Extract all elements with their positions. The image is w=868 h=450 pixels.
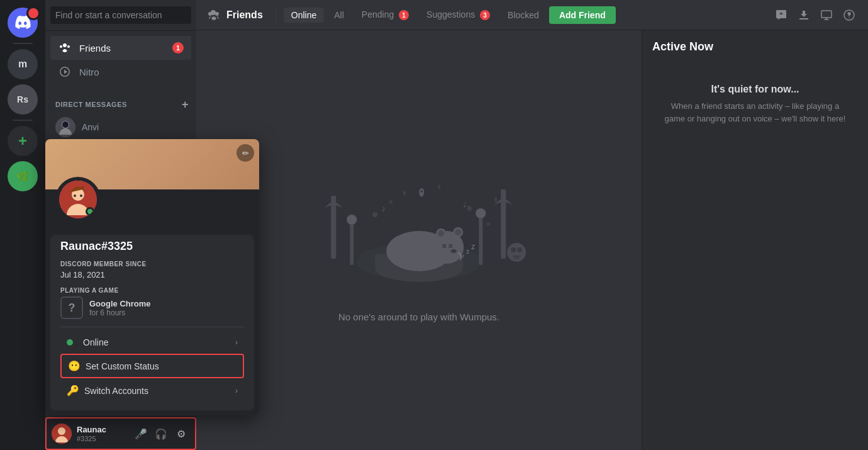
wumpus-illustration: HIBERNATION [270, 158, 569, 296]
user-bar-avatar [52, 424, 72, 444]
game-item: ? Google Chrome for 6 hours [60, 296, 244, 319]
no-friends-text: No one's around to play with Wumpus. [338, 312, 499, 322]
online-status-dot [86, 207, 94, 216]
search-input[interactable] [50, 6, 191, 24]
wumpus-area: HIBERNATION [270, 158, 569, 322]
active-now-title: Active Now [652, 40, 858, 53]
profile-avatar-area [45, 177, 259, 222]
search-bar [45, 0, 196, 31]
svg-text:z: z [471, 242, 475, 251]
add-dm-button[interactable]: + [182, 99, 189, 110]
help-button[interactable] [840, 6, 858, 24]
member-since-label: Discord Member Since [60, 261, 244, 267]
svg-point-12 [849, 17, 850, 18]
nav-nitro-label: Nitro [79, 67, 99, 77]
user-bar-tag: #3325 [77, 435, 127, 442]
svg-point-36 [372, 212, 377, 217]
svg-point-9 [58, 427, 65, 435]
dm-user-anvi[interactable]: Anvi [50, 113, 191, 141]
svg-point-42 [420, 190, 423, 193]
server-m[interactable]: m [8, 49, 38, 79]
server-green[interactable]: 🌿 [8, 161, 38, 191]
plus-icon: + [18, 132, 27, 150]
set-custom-status-item[interactable]: 😶 Set Custom Status [60, 354, 244, 378]
settings-button[interactable]: ⚙ [172, 425, 190, 442]
active-now-sidebar: Active Now It's quiet for now... When a … [642, 30, 868, 450]
tab-suggestions[interactable]: Suggestions 3 [419, 7, 498, 23]
tab-pending[interactable]: Pending 1 [354, 7, 416, 23]
svg-point-38 [467, 206, 472, 211]
tab-blocked[interactable]: Blocked [500, 8, 547, 23]
svg-point-6 [74, 194, 76, 197]
discord-home-button[interactable]: 1 [8, 8, 38, 38]
server-rs[interactable]: Rs [8, 84, 38, 115]
svg-rect-18 [479, 215, 482, 265]
profile-popup: ✏ [45, 139, 259, 415]
nav-nitro[interactable]: Nitro [50, 60, 191, 84]
svg-point-28 [455, 229, 461, 235]
mute-button[interactable]: 🎤 [132, 425, 150, 442]
game-details: Google Chrome for 6 hours [89, 299, 151, 317]
member-since-date: Jul 18, 2021 [60, 270, 244, 279]
server-divider [13, 43, 33, 44]
screen-button[interactable] [818, 6, 835, 24]
svg-point-39 [486, 222, 490, 226]
download-button[interactable] [795, 6, 813, 24]
friends-content: HIBERNATION [196, 30, 868, 450]
switch-accounts-item[interactable]: 🔑 Switch Accounts › [60, 380, 244, 402]
friends-main: HIBERNATION [196, 30, 642, 450]
profile-info-card: Raunac#3325 Discord Member Since Jul 18,… [50, 235, 254, 410]
pending-badge: 1 [399, 10, 409, 20]
profile-divider [60, 327, 244, 327]
svg-text:z: z [466, 248, 469, 255]
active-now-empty: It's quiet for now... When a friend star… [652, 69, 858, 140]
svg-point-16 [347, 215, 357, 225]
dm-sidebar: Friends 1 Nitro Direct Messages + Anvi [45, 0, 196, 450]
svg-text:♩: ♩ [463, 200, 467, 209]
svg-point-35 [517, 247, 522, 252]
profile-avatar [55, 177, 101, 222]
tab-all[interactable]: All [326, 8, 352, 23]
game-name: Google Chrome [89, 299, 151, 308]
edit-profile-button[interactable]: ✏ [236, 144, 254, 162]
online-status-menu-item[interactable]: Online › [60, 332, 244, 352]
user-bar[interactable]: Raunac #3325 🎤 🎧 ⚙ [45, 417, 196, 450]
tab-online[interactable]: Online [284, 8, 324, 23]
headphones-icon: 🎧 [155, 428, 167, 440]
svg-point-7 [80, 194, 82, 197]
playing-label: Playing a Game [60, 287, 244, 294]
nav-friends[interactable]: Friends 1 [50, 36, 191, 60]
friends-badge: 1 [172, 42, 184, 53]
svg-rect-10 [821, 11, 832, 18]
new-group-dm-button[interactable] [772, 6, 790, 24]
main-content: Friends Online All Pending 1 Suggestions… [196, 0, 868, 450]
svg-rect-15 [350, 221, 353, 265]
topbar: Friends Online All Pending 1 Suggestions… [196, 0, 868, 30]
home-notification-badge: 1 [30, 6, 40, 16]
topbar-friends-title: Friends [226, 9, 263, 21]
game-icon: ? [60, 296, 83, 319]
add-server-button[interactable]: + [8, 126, 38, 156]
online-dot [67, 339, 73, 346]
add-friend-button[interactable]: Add Friend [549, 6, 616, 24]
deafen-button[interactable]: 🎧 [152, 425, 170, 442]
server-sidebar: 1 m Rs + 🌿 [0, 0, 45, 450]
custom-status-label: Set Custom Status [86, 361, 159, 371]
svg-point-2 [62, 121, 69, 128]
game-duration: for 6 hours [89, 308, 151, 317]
settings-icon: ⚙ [177, 428, 186, 440]
friends-tabs: Online All Pending 1 Suggestions 3 Block… [284, 6, 767, 24]
svg-point-34 [511, 247, 516, 252]
user-bar-name: Raunac [77, 425, 127, 435]
svg-point-29 [450, 249, 457, 253]
topbar-actions [772, 6, 858, 24]
online-status-label: Online [83, 337, 108, 347]
suggestions-badge: 3 [480, 10, 490, 20]
dm-section-label: Direct Messages [55, 101, 127, 108]
svg-point-37 [389, 200, 392, 204]
playing-game-section: Playing a Game ? Google Chrome for 6 hou… [60, 287, 244, 319]
mic-muted-icon: 🎤 [135, 428, 147, 440]
friends-topbar-icon [206, 8, 221, 23]
server-divider-2 [13, 120, 33, 121]
user-bar-info: Raunac #3325 [77, 425, 127, 442]
